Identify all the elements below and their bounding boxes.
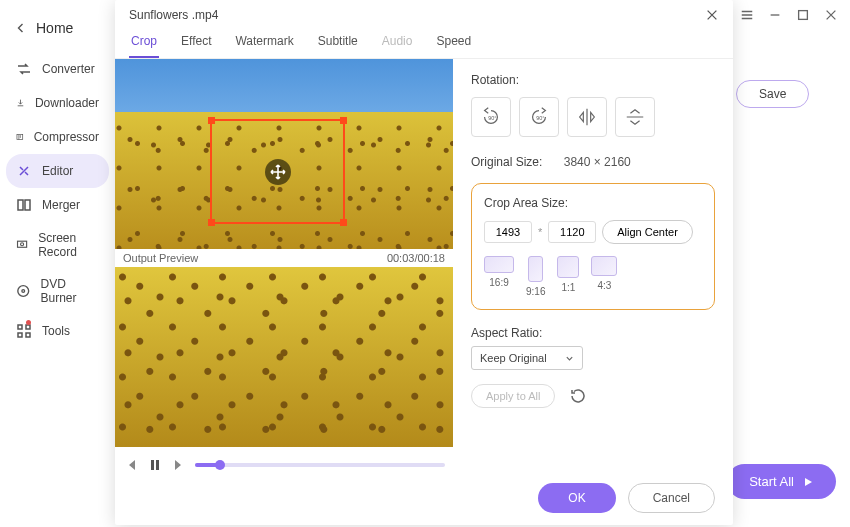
play-icon: [802, 476, 814, 488]
output-preview: [115, 267, 453, 447]
back-home[interactable]: Home: [0, 10, 115, 52]
cancel-button[interactable]: Cancel: [628, 483, 715, 513]
preview-column: Output Preview 00:03/00:18: [115, 59, 453, 475]
svg-rect-9: [26, 325, 30, 329]
tab-audio: Audio: [380, 28, 415, 58]
aspect-1-1[interactable]: 1:1: [557, 256, 579, 297]
rotate-cw-90-button[interactable]: 90°: [519, 97, 559, 137]
svg-point-7: [22, 290, 25, 293]
sidebar-item-editor[interactable]: Editor: [6, 154, 109, 188]
sidebar-item-label: Tools: [42, 324, 70, 338]
aspect-ratio-value: Keep Original: [480, 352, 547, 364]
tab-effect[interactable]: Effect: [179, 28, 213, 58]
sidebar-item-label: Screen Record: [38, 231, 99, 259]
ok-button[interactable]: OK: [538, 483, 615, 513]
original-size-label: Original Size:: [471, 155, 542, 169]
close-icon[interactable]: [824, 8, 838, 22]
prev-frame-button[interactable]: [123, 457, 139, 473]
minimize-icon[interactable]: [768, 8, 782, 22]
svg-rect-4: [18, 241, 27, 247]
editor-dialog: Sunflowers .mp4 Crop Effect Watermark Su…: [115, 0, 733, 525]
tab-speed[interactable]: Speed: [434, 28, 473, 58]
crop-height-input[interactable]: [548, 221, 596, 243]
dialog-titlebar: Sunflowers .mp4: [115, 0, 733, 24]
aspect-4-3[interactable]: 4:3: [591, 256, 617, 297]
flip-vertical-button[interactable]: [615, 97, 655, 137]
compressor-icon: [16, 129, 24, 145]
editor-icon: [16, 163, 32, 179]
notification-dot: [26, 320, 31, 325]
maximize-icon[interactable]: [796, 8, 810, 22]
window-controls: [728, 0, 850, 30]
original-size-row: Original Size: 3840 × 2160: [471, 155, 715, 169]
crop-rectangle[interactable]: [210, 119, 345, 224]
merger-icon: [16, 197, 32, 213]
crop-width-input[interactable]: [484, 221, 532, 243]
apply-to-all-button[interactable]: Apply to All: [471, 384, 555, 408]
sidebar-item-converter[interactable]: Converter: [0, 52, 115, 86]
aspect-9-16[interactable]: 9:16: [526, 256, 545, 297]
rotate-ccw-90-button[interactable]: 90°: [471, 97, 511, 137]
save-button[interactable]: Save: [736, 80, 809, 108]
sidebar-item-compressor[interactable]: Compressor: [0, 120, 115, 154]
pause-button[interactable]: [147, 457, 163, 473]
svg-rect-3: [25, 200, 30, 210]
dvd-icon: [16, 283, 30, 299]
start-all-label: Start All: [749, 474, 794, 489]
back-home-label: Home: [36, 20, 73, 36]
sidebar-item-label: Merger: [42, 198, 80, 212]
source-preview[interactable]: [115, 59, 453, 249]
rotation-label: Rotation:: [471, 73, 715, 87]
flip-horizontal-button[interactable]: [567, 97, 607, 137]
sidebar-item-label: Editor: [42, 164, 73, 178]
sidebar-item-screenrecord[interactable]: Screen Record: [0, 222, 115, 268]
start-all-button[interactable]: Start All: [727, 464, 836, 499]
sidebar-item-label: DVD Burner: [40, 277, 99, 305]
dialog-title-text: Sunflowers .mp4: [129, 8, 218, 22]
preview-info-bar: Output Preview 00:03/00:18: [115, 249, 453, 267]
sidebar-item-label: Downloader: [35, 96, 99, 110]
svg-text:90°: 90°: [488, 115, 496, 121]
tools-icon: [16, 323, 32, 339]
svg-text:90°: 90°: [536, 115, 544, 121]
menu-icon[interactable]: [740, 8, 754, 22]
svg-rect-0: [799, 11, 808, 20]
sidebar-item-merger[interactable]: Merger: [0, 188, 115, 222]
svg-rect-11: [26, 333, 30, 337]
converter-icon: [16, 61, 32, 77]
tab-watermark[interactable]: Watermark: [233, 28, 295, 58]
transport-controls: [115, 447, 453, 473]
chevron-left-icon: [16, 23, 26, 33]
sidebar-item-downloader[interactable]: Downloader: [0, 86, 115, 120]
dialog-footer: OK Cancel: [115, 475, 733, 525]
svg-rect-13: [156, 460, 159, 470]
svg-rect-8: [18, 325, 22, 329]
tab-crop[interactable]: Crop: [129, 28, 159, 58]
aspect-ratio-label: Aspect Ratio:: [471, 326, 715, 340]
align-center-button[interactable]: Align Center: [602, 220, 693, 244]
controls-column: Rotation: 90° 90° Original Size: 3840 × …: [453, 59, 733, 475]
svg-rect-10: [18, 333, 22, 337]
right-panel: Save: [736, 80, 836, 108]
dialog-tabs: Crop Effect Watermark Subtitle Audio Spe…: [115, 24, 733, 59]
close-icon[interactable]: [705, 8, 719, 22]
next-frame-button[interactable]: [171, 457, 187, 473]
crop-area-panel: Crop Area Size: * Align Center 16:9 9:16…: [471, 183, 715, 310]
screen-record-icon: [16, 237, 28, 253]
reset-button[interactable]: [569, 387, 587, 405]
seek-bar[interactable]: [195, 463, 445, 467]
chevron-down-icon: [565, 354, 574, 363]
sidebar: Home Converter Downloader Compressor Edi…: [0, 0, 115, 527]
crop-area-label: Crop Area Size:: [484, 196, 702, 210]
sidebar-item-dvdburner[interactable]: DVD Burner: [0, 268, 115, 314]
tab-subtitle[interactable]: Subtitle: [316, 28, 360, 58]
aspect-16-9[interactable]: 16:9: [484, 256, 514, 297]
original-size-value: 3840 × 2160: [564, 155, 631, 169]
svg-point-5: [21, 243, 24, 246]
sidebar-item-tools[interactable]: Tools: [0, 314, 115, 348]
move-handle-icon[interactable]: [265, 159, 291, 185]
svg-point-6: [18, 286, 29, 297]
aspect-ratio-select[interactable]: Keep Original: [471, 346, 583, 370]
multiply-symbol: *: [538, 226, 542, 238]
sidebar-item-label: Converter: [42, 62, 95, 76]
